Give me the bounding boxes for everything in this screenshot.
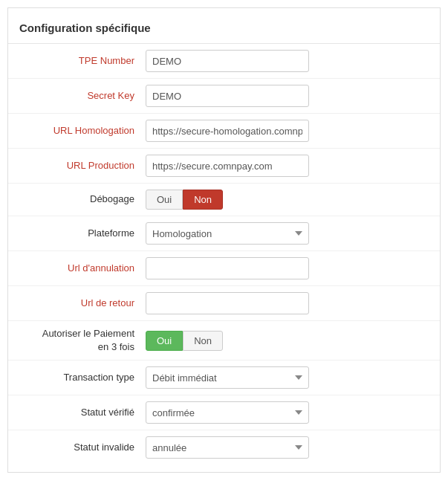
transaction-type-label: Transaction type: [19, 371, 146, 384]
plateforme-row: Plateforme Homologation Production: [8, 216, 440, 251]
debogage-toggle: Oui Non: [146, 190, 223, 210]
statut-invalide-row: Statut invalide annulée confirmée en att…: [8, 430, 440, 465]
statut-invalide-label: Statut invalide: [19, 441, 146, 454]
config-section: Configuration spécifique TPE Number Secr…: [7, 7, 441, 473]
plateforme-select[interactable]: Homologation Production: [146, 222, 309, 245]
autoriser-non-button[interactable]: Non: [183, 331, 223, 351]
url-production-row: URL Production: [8, 149, 440, 184]
autoriser-paiement-label: Autoriser le Paiement en 3 fois: [19, 327, 146, 354]
url-homologation-row: URL Homologation: [8, 114, 440, 149]
statut-verifie-select[interactable]: confirmée en attente annulée: [146, 401, 309, 424]
debogage-non-button[interactable]: Non: [183, 190, 223, 210]
url-production-label: URL Production: [19, 159, 146, 172]
statut-verifie-row: Statut vérifié confirmée en attente annu…: [8, 395, 440, 430]
transaction-type-select[interactable]: Débit immédiat Débit différé: [146, 366, 309, 389]
debogage-oui-button[interactable]: Oui: [146, 190, 183, 210]
url-retour-label: Url de retour: [19, 297, 146, 310]
debogage-row: Débogage Oui Non: [8, 184, 440, 216]
url-homologation-label: URL Homologation: [19, 124, 146, 138]
plateforme-label: Plateforme: [19, 227, 146, 240]
transaction-type-row: Transaction type Débit immédiat Débit di…: [8, 360, 440, 395]
secret-key-row: Secret Key: [8, 79, 440, 114]
url-annulation-row: Url d'annulation: [8, 251, 440, 286]
autoriser-oui-button[interactable]: Oui: [146, 331, 183, 351]
url-annulation-input[interactable]: [146, 257, 309, 279]
tpe-number-row: TPE Number: [8, 44, 440, 79]
url-annulation-label: Url d'annulation: [19, 262, 146, 275]
secret-key-label: Secret Key: [19, 89, 146, 103]
secret-key-input[interactable]: [146, 85, 309, 107]
tpe-number-input[interactable]: [146, 50, 309, 72]
url-retour-input[interactable]: [146, 292, 309, 314]
url-homologation-input[interactable]: [146, 120, 309, 142]
tpe-number-label: TPE Number: [19, 54, 146, 68]
statut-verifie-label: Statut vérifié: [19, 406, 146, 419]
debogage-label: Débogage: [19, 193, 146, 206]
autoriser-paiement-row: Autoriser le Paiement en 3 fois Oui Non: [8, 321, 440, 360]
section-title: Configuration spécifique: [8, 16, 440, 44]
url-retour-row: Url de retour: [8, 286, 440, 321]
statut-invalide-select[interactable]: annulée confirmée en attente: [146, 436, 309, 459]
autoriser-paiement-toggle: Oui Non: [146, 331, 223, 351]
url-production-input[interactable]: [146, 155, 309, 177]
